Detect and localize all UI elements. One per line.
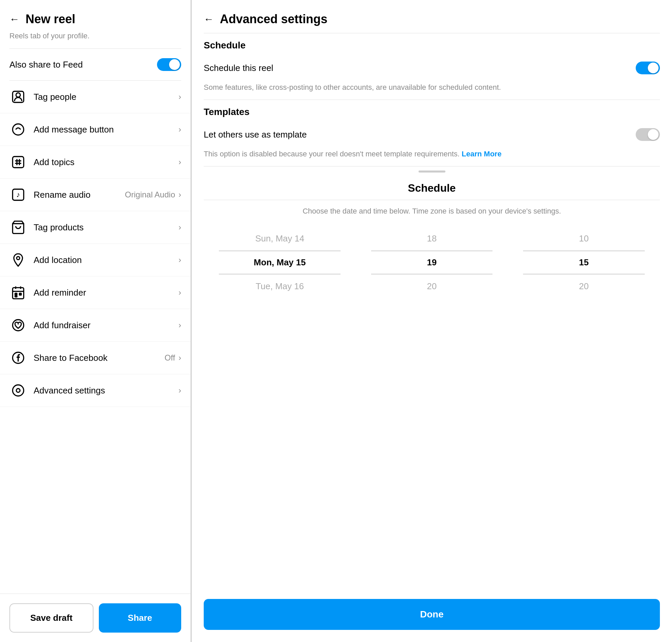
picker-date-1[interactable]: Mon, May 15: [204, 251, 356, 274]
schedule-modal-desc: Choose the date and time below. Time zon…: [192, 205, 672, 227]
picker-minute-2[interactable]: 20: [508, 274, 660, 298]
schedule-sheet: Schedule Choose the date and time below.…: [192, 166, 672, 298]
feed-toggle-label: Also share to Feed: [10, 60, 83, 70]
person-icon: [10, 88, 27, 106]
chevron-share-facebook: ›: [179, 353, 181, 362]
picker-minute-1[interactable]: 15: [508, 251, 660, 274]
schedule-picker: Sun, May 14 Mon, May 15 Tue, May 16 18 1…: [192, 227, 672, 298]
picker-date-0[interactable]: Sun, May 14: [204, 227, 356, 251]
schedule-desc: Some features, like cross-posting to oth…: [192, 82, 672, 100]
message-icon: [10, 121, 27, 138]
calendar-icon: [10, 284, 27, 301]
menu-item-tag-products[interactable]: Tag products ›: [0, 211, 191, 244]
picker-date-2[interactable]: Tue, May 16: [204, 274, 356, 298]
feed-toggle-knob: [169, 59, 180, 70]
gear-icon: [10, 382, 27, 399]
left-panel-title: New reel: [26, 12, 75, 26]
picker-hour-1[interactable]: 19: [356, 251, 508, 274]
menu-item-add-location[interactable]: Add location ›: [0, 244, 191, 277]
bag-icon: [10, 219, 27, 236]
template-toggle-knob: [648, 129, 659, 140]
facebook-icon: [10, 349, 27, 367]
svg-rect-3: [13, 157, 24, 168]
back-button-right[interactable]: ←: [204, 13, 214, 25]
feed-toggle-row: Also share to Feed: [0, 49, 191, 80]
templates-section-label: Templates: [192, 100, 672, 121]
modal-handle: [418, 170, 445, 172]
schedule-modal-title: Schedule: [192, 179, 672, 200]
heart-icon: [10, 317, 27, 334]
add-reminder-label: Add reminder: [34, 287, 179, 298]
share-facebook-label: Share to Facebook: [34, 353, 164, 363]
schedule-reel-toggle-knob: [648, 63, 659, 73]
tag-people-label: Tag people: [34, 92, 179, 102]
menu-item-add-fundraiser[interactable]: Add fundraiser ›: [0, 309, 191, 342]
chevron-rename-audio: ›: [179, 190, 181, 200]
menu-item-advanced-settings[interactable]: Advanced settings ›: [0, 374, 191, 407]
chevron-add-reminder: ›: [179, 288, 181, 297]
svg-point-22: [16, 389, 20, 393]
svg-rect-16: [15, 293, 17, 295]
add-message-label: Add message button: [34, 125, 179, 135]
svg-text:♪: ♪: [16, 190, 20, 199]
rename-audio-label: Rename audio: [34, 190, 125, 200]
left-header: ← New reel: [0, 0, 191, 31]
add-location-label: Add location: [34, 255, 179, 265]
feed-toggle[interactable]: [157, 58, 181, 71]
template-row: Let others use as template: [192, 121, 672, 148]
learn-more-link[interactable]: Learn More: [462, 150, 502, 158]
tag-products-label: Tag products: [34, 222, 179, 233]
schedule-reel-row: Schedule this reel: [192, 54, 672, 82]
save-draft-button[interactable]: Save draft: [10, 603, 93, 632]
menu-item-add-topics[interactable]: Add topics ›: [0, 146, 191, 179]
left-panel: ← New reel Reels tab of your profile. Al…: [0, 0, 192, 642]
advanced-settings-label: Advanced settings: [34, 385, 179, 396]
picker-col-date: Sun, May 14 Mon, May 15 Tue, May 16: [204, 227, 356, 298]
rename-audio-value: Original Audio: [125, 190, 175, 200]
chevron-add-message: ›: [179, 125, 181, 134]
back-button-left[interactable]: ←: [10, 13, 20, 25]
svg-rect-12: [13, 287, 24, 299]
schedule-reel-label: Schedule this reel: [204, 63, 273, 73]
chevron-advanced-settings: ›: [179, 386, 181, 395]
picker-col-hour: 18 19 20: [356, 227, 508, 298]
right-panel-title: Advanced settings: [220, 12, 327, 26]
right-header: ← Advanced settings: [192, 0, 672, 33]
picker-minute-0[interactable]: 10: [508, 227, 660, 251]
chevron-tag-people: ›: [179, 92, 181, 102]
bottom-buttons: Save draft Share: [0, 593, 191, 642]
add-fundraiser-label: Add fundraiser: [34, 320, 179, 331]
chevron-add-fundraiser: ›: [179, 321, 181, 330]
chevron-add-location: ›: [179, 255, 181, 265]
menu-item-tag-people[interactable]: Tag people ›: [0, 81, 191, 113]
left-subtitle: Reels tab of your profile.: [0, 31, 191, 49]
picker-col-minute: 10 15 20: [508, 227, 660, 298]
schedule-section-label: Schedule: [192, 33, 672, 54]
share-button[interactable]: Share: [99, 603, 182, 632]
right-panel: ← Advanced settings Schedule Schedule th…: [192, 0, 672, 642]
menu-item-share-facebook[interactable]: Share to Facebook Off ›: [0, 342, 191, 374]
schedule-reel-toggle[interactable]: [636, 62, 660, 74]
svg-point-21: [13, 385, 24, 396]
svg-point-11: [16, 257, 20, 260]
share-facebook-value: Off: [164, 353, 175, 362]
svg-rect-18: [15, 296, 17, 297]
picker-hour-2[interactable]: 20: [356, 274, 508, 298]
menu-item-rename-audio[interactable]: ♪ Rename audio Original Audio ›: [0, 179, 191, 211]
done-button[interactable]: Done: [204, 599, 660, 630]
template-label: Let others use as template: [204, 129, 307, 140]
svg-point-1: [16, 93, 21, 97]
svg-point-2: [13, 124, 24, 135]
chevron-tag-products: ›: [179, 223, 181, 232]
chevron-add-topics: ›: [179, 157, 181, 167]
picker-hour-0[interactable]: 18: [356, 227, 508, 251]
right-content: Schedule Schedule this reel Some feature…: [192, 33, 672, 642]
svg-rect-17: [20, 293, 22, 295]
location-icon: [10, 251, 27, 269]
menu-item-add-message[interactable]: Add message button ›: [0, 113, 191, 146]
template-disabled-desc: This option is disabled because your ree…: [192, 148, 672, 166]
hash-icon: [10, 153, 27, 171]
menu-item-add-reminder[interactable]: Add reminder ›: [0, 277, 191, 309]
add-topics-label: Add topics: [34, 157, 179, 167]
music-icon: ♪: [10, 186, 27, 204]
